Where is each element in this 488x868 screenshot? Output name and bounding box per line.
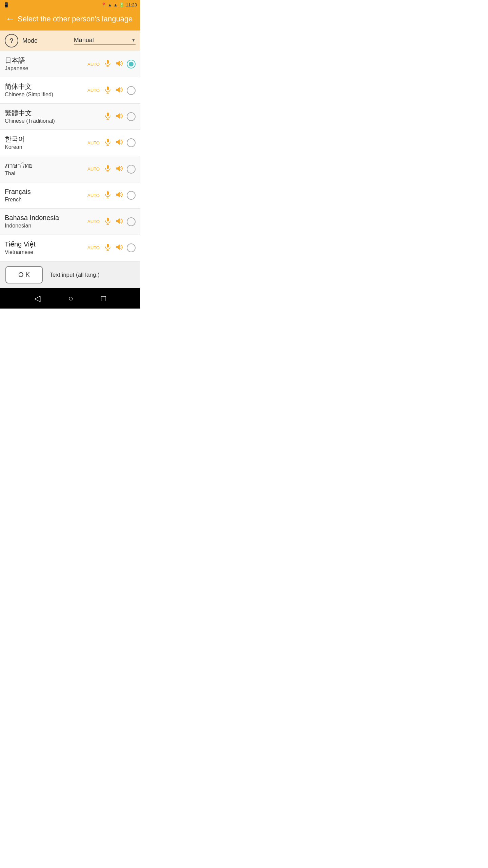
lang-native-5: Français bbox=[5, 187, 87, 196]
radio-button-4[interactable] bbox=[127, 165, 136, 174]
page-title: Select the other person's language bbox=[18, 15, 133, 23]
bottom-bar: O K Text input (all lang.) bbox=[0, 261, 140, 288]
ok-button[interactable]: O K bbox=[5, 266, 43, 283]
radio-button-5[interactable] bbox=[127, 191, 136, 200]
lang-text-4: ภาษาไทย Thai bbox=[5, 161, 87, 177]
lang-english-7: Vietnamese bbox=[5, 249, 87, 256]
speaker-icon-0[interactable] bbox=[115, 59, 123, 69]
lang-native-0: 日本語 bbox=[5, 56, 87, 65]
radio-button-3[interactable] bbox=[127, 138, 136, 147]
svg-marker-23 bbox=[116, 192, 120, 197]
lang-english-6: Indonesian bbox=[5, 222, 87, 230]
lang-controls-4: AUTO bbox=[87, 164, 136, 174]
dropdown-arrow-icon: ▼ bbox=[131, 38, 136, 43]
lang-english-0: Japanese bbox=[5, 65, 87, 72]
auto-label-0: AUTO bbox=[87, 62, 100, 67]
speaker-icon-3[interactable] bbox=[115, 138, 123, 147]
lang-native-3: 한국어 bbox=[5, 135, 87, 143]
time-display: 11:23 bbox=[126, 2, 137, 7]
home-nav-icon[interactable]: ○ bbox=[68, 294, 73, 303]
mic-icon-3[interactable] bbox=[104, 138, 112, 147]
radio-button-2[interactable] bbox=[127, 112, 136, 121]
wifi-icon: ▲ bbox=[114, 2, 118, 7]
svg-rect-0 bbox=[107, 60, 109, 64]
lang-text-5: Français French bbox=[5, 187, 87, 203]
lang-english-5: French bbox=[5, 196, 87, 203]
svg-rect-4 bbox=[107, 86, 109, 90]
speaker-icon-2[interactable] bbox=[115, 112, 123, 121]
language-row-1[interactable]: 简体中文 Chinese (Simplified) AUTO bbox=[0, 77, 140, 103]
svg-marker-19 bbox=[116, 166, 120, 171]
svg-rect-12 bbox=[107, 139, 109, 142]
battery-icon: 🔋 bbox=[119, 2, 124, 7]
lang-controls-5: AUTO bbox=[87, 191, 136, 200]
speaker-icon-4[interactable] bbox=[115, 164, 123, 174]
lang-native-1: 简体中文 bbox=[5, 82, 87, 91]
language-row-3[interactable]: 한국어 Korean AUTO bbox=[0, 130, 140, 156]
speaker-icon-7[interactable] bbox=[115, 243, 123, 253]
radio-button-6[interactable] bbox=[127, 217, 136, 226]
lang-controls-3: AUTO bbox=[87, 138, 136, 147]
auto-label-5: AUTO bbox=[87, 193, 100, 198]
mic-icon-6[interactable] bbox=[104, 217, 112, 226]
nav-bar: ◁ ○ □ bbox=[0, 288, 140, 309]
lang-text-1: 简体中文 Chinese (Simplified) bbox=[5, 82, 87, 98]
svg-marker-15 bbox=[116, 139, 120, 145]
svg-rect-8 bbox=[107, 113, 109, 116]
lang-native-6: Bahasa Indonesia bbox=[5, 213, 87, 222]
language-row-2[interactable]: 繁體中文 Chinese (Traditional) bbox=[0, 104, 140, 130]
svg-marker-3 bbox=[116, 61, 120, 66]
svg-marker-31 bbox=[116, 244, 120, 250]
mic-icon-2[interactable] bbox=[104, 112, 112, 121]
svg-rect-20 bbox=[107, 191, 109, 195]
mic-icon-7[interactable] bbox=[104, 243, 112, 253]
lang-text-3: 한국어 Korean bbox=[5, 135, 87, 151]
lang-controls-6: AUTO bbox=[87, 217, 136, 226]
recents-nav-icon[interactable]: □ bbox=[101, 294, 106, 303]
lang-english-4: Thai bbox=[5, 170, 87, 177]
radio-button-1[interactable] bbox=[127, 86, 136, 95]
lang-native-7: Tiếng Việt bbox=[5, 240, 87, 249]
language-list: 日本語 Japanese AUTO 简体中文 Chinese (Simplifi… bbox=[0, 51, 140, 261]
auto-label-4: AUTO bbox=[87, 166, 100, 172]
lang-english-1: Chinese (Simplified) bbox=[5, 91, 87, 98]
text-input-label: Text input (all lang.) bbox=[49, 272, 99, 278]
language-row-7[interactable]: Tiếng Việt Vietnamese AUTO bbox=[0, 235, 140, 261]
status-bar-right: 📍 ▲ ▲ 🔋 11:23 bbox=[101, 2, 137, 7]
lang-text-7: Tiếng Việt Vietnamese bbox=[5, 240, 87, 256]
mode-row: ? Mode Manual ▼ bbox=[0, 31, 140, 51]
language-row-0[interactable]: 日本語 Japanese AUTO bbox=[0, 51, 140, 77]
language-row-4[interactable]: ภาษาไทย Thai AUTO bbox=[0, 156, 140, 182]
radio-button-7[interactable] bbox=[127, 243, 136, 252]
mic-icon-1[interactable] bbox=[104, 86, 112, 95]
radio-button-0[interactable] bbox=[127, 60, 136, 68]
signal-icon: ▲ bbox=[108, 2, 112, 7]
mic-icon-4[interactable] bbox=[104, 164, 112, 174]
status-bar-left: 📱 bbox=[3, 2, 9, 7]
lang-controls-1: AUTO bbox=[87, 86, 136, 95]
speaker-icon-1[interactable] bbox=[115, 86, 123, 95]
svg-rect-24 bbox=[107, 218, 109, 221]
lang-native-2: 繁體中文 bbox=[5, 108, 104, 117]
mic-icon-0[interactable] bbox=[104, 59, 112, 69]
lang-text-2: 繁體中文 Chinese (Traditional) bbox=[5, 108, 104, 125]
lang-controls-2 bbox=[104, 112, 136, 121]
mic-icon-5[interactable] bbox=[104, 191, 112, 200]
lang-english-3: Korean bbox=[5, 143, 87, 151]
language-row-5[interactable]: Français French AUTO bbox=[0, 182, 140, 209]
speaker-icon-6[interactable] bbox=[115, 217, 123, 226]
help-icon[interactable]: ? bbox=[5, 34, 18, 47]
lang-native-4: ภาษาไทย bbox=[5, 161, 87, 170]
back-button[interactable]: ← bbox=[5, 14, 15, 24]
notification-icon: 📱 bbox=[3, 2, 9, 7]
svg-rect-16 bbox=[107, 165, 109, 169]
mode-label: Mode bbox=[22, 37, 74, 44]
location-icon: 📍 bbox=[101, 2, 106, 7]
mode-dropdown[interactable]: Manual ▼ bbox=[74, 37, 136, 45]
svg-marker-27 bbox=[116, 218, 120, 224]
language-row-6[interactable]: Bahasa Indonesia Indonesian AUTO bbox=[0, 209, 140, 235]
speaker-icon-5[interactable] bbox=[115, 191, 123, 200]
status-bar: 📱 📍 ▲ ▲ 🔋 11:23 bbox=[0, 0, 140, 9]
lang-text-6: Bahasa Indonesia Indonesian bbox=[5, 213, 87, 230]
back-nav-icon[interactable]: ◁ bbox=[34, 294, 40, 303]
